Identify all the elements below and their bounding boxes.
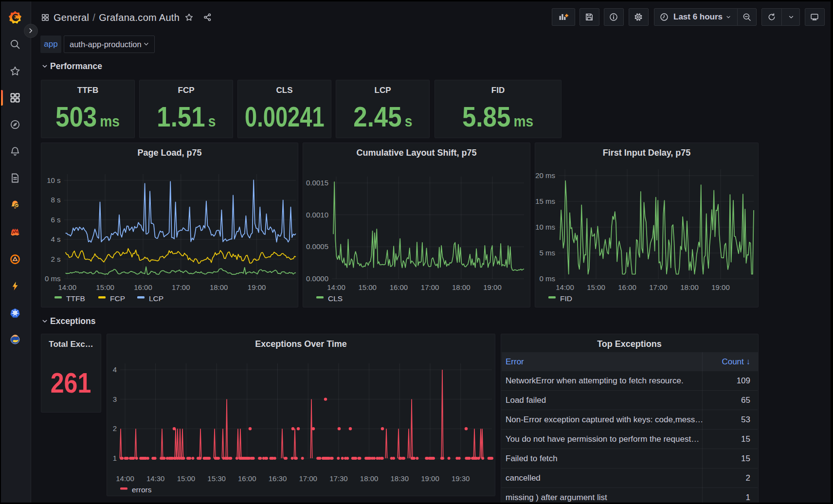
svg-text:1: 1: [113, 454, 117, 462]
svg-text:18:00: 18:00: [452, 283, 471, 291]
svg-text:2: 2: [113, 424, 117, 432]
svg-text:19:00: 19:00: [421, 474, 439, 483]
svg-text:15 ms: 15 ms: [535, 197, 555, 205]
svg-text:16:00: 16:00: [618, 283, 636, 291]
svg-text:20 ms: 20 ms: [535, 171, 555, 180]
svg-text:15:30: 15:30: [207, 474, 226, 483]
svg-text:errors: errors: [132, 486, 152, 494]
svg-text:10 s: 10 s: [47, 176, 60, 184]
svg-text:CLS: CLS: [328, 294, 343, 303]
svg-text:19:00: 19:00: [711, 283, 730, 291]
svg-text:15:00: 15:00: [587, 283, 605, 291]
svg-text:0.0015: 0.0015: [306, 179, 328, 187]
svg-text:14:00: 14:00: [58, 283, 77, 291]
svg-text:17:00: 17:00: [421, 283, 439, 291]
svg-text:15:00: 15:00: [96, 283, 114, 291]
svg-text:0.0000: 0.0000: [306, 274, 328, 283]
svg-text:FCP: FCP: [110, 294, 125, 303]
svg-text:0.0005: 0.0005: [306, 242, 328, 251]
svg-text:0 ms: 0 ms: [45, 274, 61, 283]
svg-text:TTFB: TTFB: [66, 294, 85, 303]
svg-text:18:00: 18:00: [210, 283, 228, 291]
svg-text:14:00: 14:00: [556, 283, 574, 291]
svg-text:19:30: 19:30: [452, 474, 470, 483]
svg-text:6 s: 6 s: [51, 216, 60, 224]
svg-text:16:00: 16:00: [390, 283, 408, 291]
svg-text:19:00: 19:00: [248, 283, 266, 291]
svg-text:16:30: 16:30: [269, 474, 287, 483]
svg-text:3: 3: [113, 395, 117, 403]
svg-text:0.0010: 0.0010: [306, 211, 328, 219]
svg-text:FID: FID: [560, 294, 572, 303]
svg-text:16:00: 16:00: [238, 474, 256, 483]
svg-text:17:00: 17:00: [649, 283, 668, 291]
svg-text:4 s: 4 s: [51, 235, 60, 243]
svg-text:8 s: 8 s: [51, 196, 60, 204]
svg-text:16:00: 16:00: [134, 283, 152, 291]
svg-text:4: 4: [113, 365, 117, 374]
svg-text:17:30: 17:30: [329, 474, 348, 483]
svg-text:2 s: 2 s: [51, 255, 60, 263]
svg-text:19:00: 19:00: [483, 283, 502, 291]
svg-text:10 ms: 10 ms: [535, 223, 555, 231]
svg-text:18:30: 18:30: [391, 474, 409, 483]
svg-text:18:00: 18:00: [680, 283, 699, 291]
svg-text:14:00: 14:00: [116, 474, 134, 483]
svg-text:14:30: 14:30: [146, 474, 165, 483]
svg-text:15:00: 15:00: [358, 283, 377, 291]
svg-text:17:00: 17:00: [299, 474, 317, 483]
svg-text:0 ms: 0 ms: [539, 274, 555, 283]
svg-text:17:00: 17:00: [172, 283, 190, 291]
svg-text:LCP: LCP: [149, 294, 163, 303]
svg-text:14:00: 14:00: [327, 283, 345, 291]
svg-text:18:00: 18:00: [360, 474, 379, 483]
svg-text:15:00: 15:00: [177, 474, 196, 483]
svg-text:5 ms: 5 ms: [539, 249, 555, 257]
